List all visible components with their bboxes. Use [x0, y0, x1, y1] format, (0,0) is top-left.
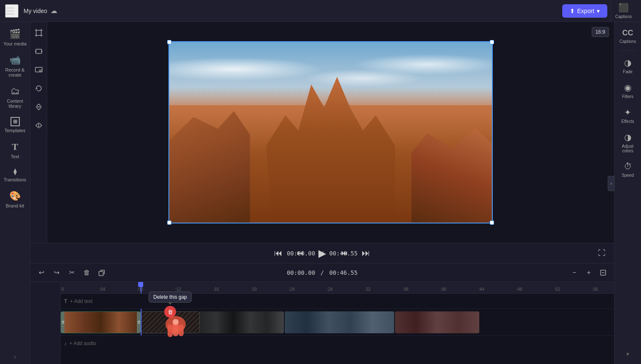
resize-tool-button[interactable] [32, 45, 45, 58]
text-icon: T [12, 141, 18, 152]
canvas-wrapper: 16:9 [30, 22, 614, 243]
ruler-mark-24: :24 [289, 287, 295, 292]
sidebar-item-templates[interactable]: ⊞ Templates [2, 114, 29, 136]
rotate-tool-button[interactable] [32, 82, 45, 95]
aspect-ratio-badge[interactable]: 16:9 [592, 27, 609, 37]
adjust-colors-icon: ◑ [624, 132, 631, 142]
ruler-mark-4: :04 [99, 287, 105, 292]
right-panel-effects[interactable]: ✦ Effects [616, 104, 640, 127]
right-panel-adjust-colors[interactable]: ◑ Adjustcolors [616, 129, 640, 157]
timeline-left-panel [30, 282, 61, 364]
zoom-in-button[interactable]: + [583, 267, 595, 279]
export-icon: ⬆ [570, 8, 575, 14]
gap-region: 🗑 Delete this gap [141, 311, 200, 333]
right-panel-chevron-down[interactable]: ▾ [626, 351, 629, 357]
playhead-ruler-line [141, 282, 142, 293]
timeline-playhead-track [141, 309, 142, 335]
sidebar-item-your-media[interactable]: 🎬 Your media [2, 25, 29, 50]
timeline-zoom-group: − + [569, 267, 609, 279]
delete-button[interactable]: 🗑 [81, 267, 93, 279]
cloud-save-icon: ☁ [51, 7, 57, 15]
sidebar-item-record-create[interactable]: 📹 Record &create [2, 51, 29, 81]
right-panel-speed[interactable]: ⏱ Speed [616, 158, 640, 181]
canvas-handle-bl[interactable] [167, 221, 171, 225]
canvas-handle-tr[interactable] [490, 40, 494, 44]
svg-rect-23 [168, 324, 173, 337]
sidebar-label-templates: Templates [4, 128, 25, 133]
zoom-out-button[interactable]: − [569, 267, 580, 279]
sidebar-item-content-library[interactable]: 🗂 Contentlibrary [2, 82, 29, 112]
flip-horizontal-tool-button[interactable] [32, 119, 45, 132]
video-title-text: My video [24, 8, 47, 14]
skip-to-end-button[interactable]: ⏭ [359, 247, 373, 260]
ruler-mark-32: :32 [365, 287, 371, 292]
ruler-mark-20: :20 [251, 287, 257, 292]
svg-rect-9 [36, 49, 42, 53]
redo-button[interactable]: ↪ [51, 267, 62, 279]
cursor-hand [164, 316, 187, 345]
crop-tool-button[interactable] [32, 26, 45, 40]
current-time: 00:00.00 [287, 250, 315, 257]
pip-tool-button[interactable] [32, 63, 45, 77]
video-clip-1[interactable]: ⠿ ⠿ [61, 311, 141, 333]
sidebar-item-transitions[interactable]: ⧫ Transitions [2, 164, 29, 186]
video-track: ⠿ ⠿ [61, 309, 614, 336]
svg-rect-0 [36, 30, 41, 35]
undo-button[interactable]: ↩ [35, 267, 47, 279]
ruler-mark-40: :40 [441, 287, 446, 292]
svg-rect-13 [39, 70, 42, 72]
timeline-current-time: 00:00.00 [287, 269, 315, 276]
ruler-mark-0: 0 [61, 287, 64, 292]
fullscreen-button[interactable]: ⛶ [598, 249, 606, 258]
top-bar: My video ☁ ⬆ Export ▾ ⬛ Captions [0, 0, 641, 22]
right-panel-captions[interactable]: CC Captions [616, 25, 640, 47]
canvas-handle-br[interactable] [490, 221, 494, 225]
filters-icon: ◉ [624, 82, 631, 93]
sidebar-expand-btn[interactable]: › [14, 353, 16, 361]
clip-1-handle-right[interactable]: ⠿ [137, 312, 140, 333]
adjust-colors-label: Adjustcolors [622, 144, 634, 153]
left-sidebar: 🎬 Your media 📹 Record &create 🗂 Contentl… [0, 22, 30, 364]
audio-track-icon: ♪ [64, 340, 67, 347]
video-title-area: My video ☁ [24, 7, 57, 15]
ruler-mark-44: :44 [478, 287, 484, 292]
timeline-toolbar: ↩ ↪ ✂ 🗑 00:00.00 / 00:46.55 − + [30, 263, 614, 282]
timeline-section: ↩ ↪ ✂ 🗑 00:00.00 / 00:46.55 − + [30, 263, 614, 364]
cut-button[interactable]: ✂ [66, 267, 77, 279]
filters-label: Filters [622, 94, 633, 99]
text-track[interactable]: T + Add text [61, 294, 614, 309]
export-button[interactable]: ⬆ Export ▾ [562, 4, 607, 18]
ruler-mark-16: :16 [213, 287, 219, 292]
captions-panel[interactable]: ⬛ Captions [611, 0, 636, 22]
tool-strip [30, 22, 47, 243]
ruler-mark-12: :12 [175, 287, 181, 292]
right-panel-fade[interactable]: ◑ Fade [616, 54, 640, 77]
fit-timeline-button[interactable] [597, 267, 609, 279]
sidebar-item-brand-kit[interactable]: 🎨 Brand kit [2, 187, 29, 212]
ruler-mark-52: :52 [554, 287, 560, 292]
clip-2-thumbnail [200, 311, 284, 333]
canvas-handle-tl[interactable] [167, 40, 171, 44]
brand-kit-icon: 🎨 [9, 191, 21, 202]
sidebar-label-brand-kit: Brand kit [6, 203, 24, 208]
video-clip-3[interactable] [285, 311, 394, 333]
flip-vertical-tool-button[interactable] [32, 100, 45, 114]
center-area: 16:9 ⏮ ▶ ⏭ 00 [30, 22, 614, 364]
audio-track[interactable]: ♪ + Add audio [61, 336, 614, 351]
text-track-icon: T [64, 298, 67, 304]
right-panel: CC Captions ◑ Fade ◉ Filters ✦ Effects ◑… [614, 22, 641, 364]
delete-gap-tooltip-text: Delete this gap [153, 294, 187, 300]
video-clip-2[interactable] [200, 311, 284, 333]
captions-rp-icon: CC [622, 29, 633, 37]
captions-icon: ⬛ [618, 3, 629, 13]
svg-rect-18 [99, 271, 103, 276]
clip-1-handle-left[interactable]: ⠿ [61, 312, 64, 333]
right-panel-collapse-btn[interactable]: › [608, 176, 614, 191]
right-panel-filters[interactable]: ◉ Filters [616, 79, 640, 102]
sidebar-item-text[interactable]: T Text [2, 138, 29, 162]
menu-button[interactable] [5, 4, 19, 18]
clip-3-thumbnail [285, 311, 394, 333]
duplicate-button[interactable] [96, 267, 108, 279]
skip-to-start-button[interactable]: ⏮ [272, 247, 285, 260]
video-clip-4[interactable] [395, 311, 479, 333]
